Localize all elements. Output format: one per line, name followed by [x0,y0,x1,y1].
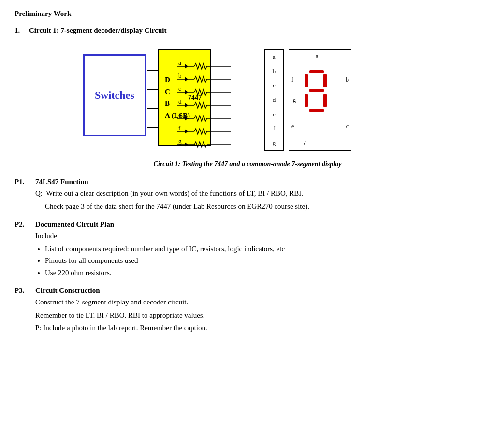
seg-label-f: f [273,125,275,132]
wire-line [147,108,158,109]
seg-label-b: b [273,68,276,75]
circuit-wrapper: Switches D C B A (LSB) 7447 [83,44,412,156]
switches-box: Switches [83,54,146,136]
p2-bullet-2: Pinouts for all components used [45,255,480,266]
seg-label-g: g [273,139,276,147]
lt-overline: LT [247,189,254,197]
p2-intro: Include: [35,231,480,242]
display-label-g: g [293,97,296,104]
problem-p1: P1. 74LS47 Function Q: Write out a clear… [15,178,480,212]
chip-input-C: C [165,87,190,98]
p1-header: P1. 74LS47 Function [15,178,480,186]
p1-id: P1. [15,178,31,186]
section1-number: 1. [15,27,20,34]
problem-p3: P3. Circuit Construction Construct the 7… [15,287,480,333]
display-label-c: c [346,123,349,130]
chip-7447: D C B A (LSB) 7447 [158,49,211,146]
p3-title: Circuit Construction [35,287,100,295]
p3-lt: LT [86,311,93,319]
display-label-e: e [291,123,294,130]
problem-p2: P2. Documented Circuit Plan Include: Lis… [15,220,480,278]
p3-rbo: RBO [110,311,125,319]
wire-line [147,127,158,128]
p2-title: Documented Circuit Plan [35,220,114,229]
p3-text2: Remember to tie LT, BI / RBO, RBI to app… [35,310,480,321]
wire-line [147,89,158,90]
p3-text1: Construct the 7-segment display and deco… [35,297,480,308]
svg-rect-41 [309,109,324,112]
svg-rect-37 [323,74,327,87]
p2-bullets: List of components required: number and … [45,244,480,278]
switch-wires [147,61,158,136]
circuit-diagram: Switches D C B A (LSB) 7447 [15,44,480,156]
segment-labels-box: a b c d e f g [264,49,284,151]
circuit-caption: Circuit 1: Testing the 7447 and a common… [15,160,480,168]
p2-header: P2. Documented Circuit Plan [15,220,480,229]
rbi-overline: RBI [289,189,301,197]
section1-header: 1. Circuit 1: 7-segment decoder/display … [15,27,480,35]
svg-rect-35 [309,70,324,73]
page-title: Preliminary Work [15,10,480,18]
display-label-d: d [304,140,306,147]
p1-body: Q: Write out a clear description (in you… [35,188,480,212]
p1-text1: Q: Write out a clear description (in you… [35,188,480,199]
p3-id: P3. [15,287,31,295]
svg-rect-40 [323,94,327,107]
display-label-a: a [316,53,318,60]
svg-rect-38 [309,89,324,92]
seg-label-e: e [273,111,276,118]
p2-bullet-3: Use 220 ohm resistors. [45,267,480,278]
p3-bi: BI [97,311,104,319]
display-label-f: f [291,76,293,84]
chip-input-D: D [165,74,190,86]
section1-label: Circuit 1: 7-segment decoder/display Cir… [29,27,166,34]
switches-label: Switches [95,89,134,101]
p1-text2: Check page 3 of the data sheet for the 7… [45,201,480,212]
chip-input-B: B [165,98,190,109]
p2-bullet-1: List of components required: number and … [45,244,480,255]
seg-label-d: d [273,96,276,104]
p3-rbi: RBI [128,311,140,319]
p3-text3: P: Include a photo in the lab report. Re… [35,322,480,333]
chip-input-labels: D C B A (LSB) [165,74,190,121]
svg-rect-39 [305,94,308,107]
p2-body: Include: List of components required: nu… [35,231,480,278]
p3-body: Construct the 7-segment display and deco… [35,297,480,333]
p1-title: 74LS47 Function [35,178,88,186]
bi-overline: BI [258,189,265,197]
chip-number: 7447 [188,94,202,101]
chip-input-A: A (LSB) [165,110,190,121]
display-label-b: b [346,76,349,84]
p2-id: P2. [15,220,31,229]
svg-rect-36 [305,74,308,87]
seven-segment-display: a b c d e f g [289,49,351,151]
seg-label-a: a [273,53,276,61]
wire-line [147,70,158,71]
seg-label-c: c [273,82,276,89]
rbo-overline: RBO [271,189,286,197]
segment-svg [301,69,339,136]
p3-header: P3. Circuit Construction [15,287,480,295]
